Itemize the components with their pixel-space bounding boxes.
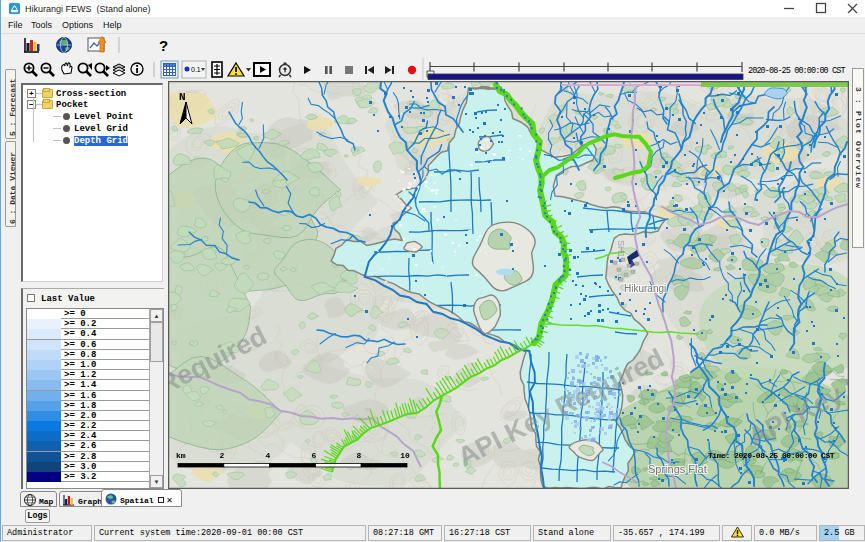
- svg-text:10: 10: [400, 451, 410, 460]
- svg-text:Time: 2020-08-25 00:00:00 CST: Time: 2020-08-25 00:00:00 CST: [708, 451, 835, 460]
- svg-text:Hikurangi: Hikurangi: [624, 283, 666, 294]
- svg-text:km: km: [176, 451, 186, 460]
- svg-text:8: 8: [357, 451, 362, 460]
- svg-text:4: 4: [266, 451, 271, 460]
- svg-text:2: 2: [220, 451, 225, 460]
- svg-text:6: 6: [312, 451, 317, 460]
- svg-text:0.1: 0.1: [191, 66, 201, 73]
- svg-text:SH1: SH1: [616, 240, 626, 258]
- svg-text:N: N: [179, 91, 186, 103]
- svg-text:?: ?: [159, 37, 168, 54]
- svg-text:Springs Flat: Springs Flat: [648, 463, 707, 475]
